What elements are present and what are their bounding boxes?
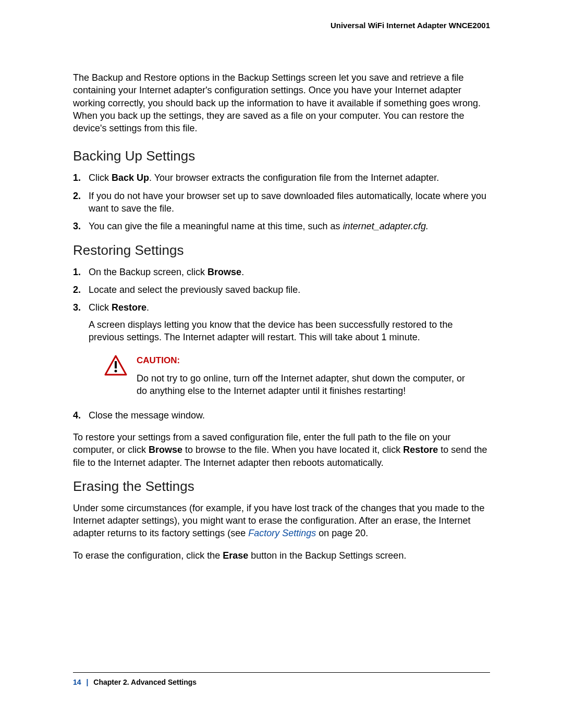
step-followup: A screen displays letting you know that …	[89, 318, 490, 344]
heading-erasing: Erasing the Settings	[73, 478, 490, 495]
document-page: Universal WiFi Internet Adapter WNCE2001…	[0, 0, 563, 728]
list-item: You can give the file a meaningful name …	[73, 220, 490, 232]
erase-paragraph-2: To erase the configuration, click the Er…	[73, 549, 490, 562]
heading-backing-up: Backing Up Settings	[73, 148, 490, 164]
inline-bold: Restore	[403, 445, 438, 455]
inline-bold: Browse	[149, 445, 182, 455]
cross-reference-link[interactable]: Factory Settings	[248, 528, 316, 538]
restoring-steps: On the Backup screen, click Browse. Loca…	[73, 266, 490, 422]
restore-paragraph: To restore your settings from a saved co…	[73, 431, 490, 469]
list-item: Click Back Up. Your browser extracts the…	[73, 171, 490, 184]
step-text: You can give the file a meaningful name …	[89, 221, 343, 231]
list-item: If you do not have your browser set up t…	[73, 190, 490, 215]
inline-italic: internet_adapter.cfg.	[343, 221, 429, 231]
step-text: On the Backup screen, click	[89, 267, 207, 277]
footer-page-number: 14	[73, 678, 81, 686]
list-item: Click Restore. A screen displays letting…	[73, 301, 490, 397]
inline-bold: Browse	[207, 267, 241, 277]
intro-paragraph: The Backup and Restore options in the Ba…	[73, 71, 490, 134]
erase-paragraph-1: Under some circumstances (for example, i…	[73, 502, 490, 540]
svg-point-2	[115, 370, 117, 373]
caution-box: CAUTION: Do not try to go online, turn o…	[104, 355, 490, 398]
para-text: To erase the configuration, click the	[73, 550, 223, 561]
caution-label: CAUTION:	[137, 355, 469, 367]
caution-content: CAUTION: Do not try to go online, turn o…	[137, 355, 469, 398]
step-text: .	[241, 267, 244, 277]
inline-bold: Erase	[223, 550, 248, 561]
heading-restoring: Restoring Settings	[73, 242, 490, 258]
page-footer: 14 | Chapter 2. Advanced Settings	[73, 672, 490, 686]
para-text: on page 20.	[316, 528, 368, 538]
caution-icon	[104, 355, 127, 379]
step-text: . Your browser extracts the configuratio…	[149, 172, 439, 183]
step-text: Click	[89, 302, 112, 313]
step-text: Click	[89, 172, 112, 183]
list-item: Close the message window.	[73, 409, 490, 422]
step-text: .	[146, 302, 149, 313]
para-text: button in the Backup Settings screen.	[248, 550, 406, 561]
footer-separator: |	[83, 678, 91, 686]
para-text: to browse to the file. When you have loc…	[182, 445, 403, 455]
list-item: On the Backup screen, click Browse.	[73, 266, 490, 278]
backing-up-steps: Click Back Up. Your browser extracts the…	[73, 171, 490, 232]
caution-text: Do not try to go online, turn off the In…	[137, 372, 469, 398]
list-item: Locate and select the previously saved b…	[73, 283, 490, 296]
footer-chapter: Chapter 2. Advanced Settings	[93, 678, 197, 686]
inline-bold: Back Up	[112, 172, 149, 183]
inline-bold: Restore	[112, 302, 146, 313]
running-header: Universal WiFi Internet Adapter WNCE2001	[73, 21, 490, 30]
svg-rect-1	[115, 361, 117, 368]
